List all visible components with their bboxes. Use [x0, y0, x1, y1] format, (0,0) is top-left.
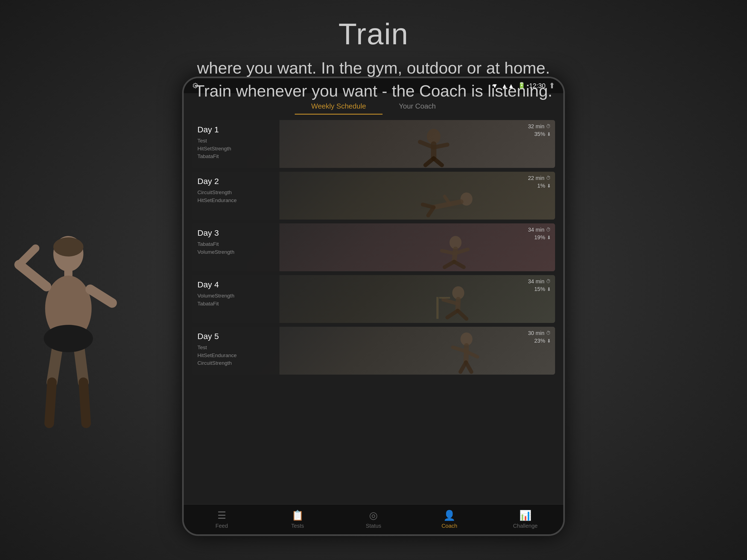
day3-progress: 19% ⬇	[528, 234, 551, 240]
day3-title: Day 3	[198, 228, 274, 238]
svg-line-5	[90, 289, 112, 303]
day4-duration: 34 min ⏱	[528, 278, 551, 285]
clock-icon-5: ⏱	[546, 330, 551, 336]
nav-feed[interactable]: ☰ Feed	[205, 510, 238, 529]
day4-image	[247, 275, 555, 323]
content-area: Day 1 TestHitSetStrengthTabataFit	[184, 117, 563, 504]
day3-info: Day 3 TabataFitVolumeStrength	[192, 223, 279, 271]
day-card-4[interactable]: Day 4 VolumeStrengthTabataFit	[192, 275, 555, 323]
day1-pose	[247, 120, 555, 168]
svg-rect-34	[436, 297, 439, 319]
svg-line-7	[49, 382, 52, 423]
day-card-5[interactable]: Day 5 TestHitSetEnduranceCircuitStrength	[192, 327, 555, 375]
svg-line-37	[466, 346, 466, 362]
athlete-svg	[14, 232, 123, 478]
tests-icon: 📋	[291, 510, 304, 521]
day2-info: Day 2 CircuitStrengthHitSetEndurance	[192, 172, 279, 220]
day1-duration: 32 min ⏱	[528, 123, 551, 130]
outer-background: Train where you want. In the gym, outdoo…	[0, 0, 747, 560]
challenge-icon: 📊	[519, 510, 532, 521]
svg-line-15	[434, 145, 447, 147]
subtitle-line1: where you want. In the gym, outdoor or a…	[197, 59, 550, 77]
day2-image	[247, 172, 555, 220]
hero-text-section: Train where you want. In the gym, outdoo…	[195, 0, 552, 103]
day1-info: Day 1 TestHitSetStrengthTabataFit	[192, 120, 279, 168]
day1-workouts: TestHitSetStrengthTabataFit	[198, 137, 274, 160]
day1-image	[247, 120, 555, 168]
svg-line-4	[19, 248, 35, 265]
status-icon: ◎	[369, 510, 378, 521]
day1-progress: 35% ⬇	[528, 131, 551, 137]
download-icon-2: ⬇	[547, 183, 551, 189]
svg-line-31	[443, 300, 458, 304]
svg-line-3	[19, 265, 47, 286]
download-icon: ⬇	[547, 131, 551, 137]
tablet-device: ⚙ ▼ ▲▲ 🔋 12:30 ⬆ Weekly Schedule Your Co…	[182, 77, 565, 536]
day1-title: Day 1	[198, 125, 274, 134]
svg-line-9	[83, 382, 86, 423]
svg-rect-35	[439, 297, 450, 299]
day-card-3[interactable]: Day 3 TabataFitVolumeStrength	[192, 223, 555, 271]
clock-icon-2: ⏱	[546, 175, 551, 181]
day3-meta: 34 min ⏱ 19% ⬇	[528, 227, 551, 240]
svg-line-22	[428, 207, 434, 215]
download-icon-4: ⬇	[547, 286, 551, 292]
feed-label: Feed	[215, 523, 228, 529]
day5-title: Day 5	[198, 332, 274, 341]
subtitle-line2: Train whenever you want - the Coach is l…	[195, 82, 552, 100]
coach-label: Coach	[442, 523, 458, 529]
day2-duration: 22 min ⏱	[528, 175, 551, 181]
svg-line-17	[434, 158, 442, 165]
clock-icon-3: ⏱	[546, 227, 551, 233]
svg-point-10	[44, 325, 93, 352]
clock-icon-4: ⏱	[546, 279, 551, 284]
day5-workouts: TestHitSetEnduranceCircuitStrength	[198, 344, 274, 367]
day2-pose	[247, 172, 555, 220]
svg-line-41	[466, 362, 471, 372]
download-icon-3: ⬇	[547, 235, 551, 240]
day3-pose	[247, 223, 555, 271]
hero-subtitle: where you want. In the gym, outdoor or a…	[195, 57, 552, 103]
day-card-2[interactable]: Day 2 CircuitStrengthHitSetEndurance	[192, 172, 555, 220]
day5-info: Day 5 TestHitSetEnduranceCircuitStrength	[192, 327, 279, 375]
day4-title: Day 4	[198, 280, 274, 289]
nav-tests[interactable]: 📋 Tests	[281, 510, 314, 529]
day5-pose	[247, 327, 555, 375]
nav-coach[interactable]: 👤 Coach	[433, 510, 466, 529]
day4-meta: 34 min ⏱ 15% ⬇	[528, 278, 551, 292]
svg-line-28	[454, 262, 464, 267]
feed-icon: ☰	[217, 510, 226, 521]
nav-challenge[interactable]: 📊 Challenge	[509, 510, 542, 529]
tests-label: Tests	[291, 523, 304, 529]
athlete-figure	[14, 232, 123, 478]
day4-workouts: VolumeStrengthTabataFit	[198, 292, 274, 308]
day3-workouts: TabataFitVolumeStrength	[198, 240, 274, 256]
bottom-navigation: ☰ Feed 📋 Tests ◎ Status 👤 Coach 📊 C	[184, 504, 563, 534]
svg-point-11	[53, 237, 83, 256]
svg-line-25	[442, 251, 455, 253]
challenge-label: Challenge	[513, 523, 538, 529]
day5-meta: 30 min ⏱ 23% ⬇	[528, 330, 551, 344]
clock-icon: ⏱	[546, 124, 551, 129]
status-label: Status	[366, 523, 381, 529]
hero-title: Train	[195, 17, 552, 51]
day2-title: Day 2	[198, 177, 274, 186]
nav-status[interactable]: ◎ Status	[357, 510, 390, 529]
download-icon-5: ⬇	[547, 338, 551, 344]
day5-duration: 30 min ⏱	[528, 330, 551, 336]
tablet-screen: ⚙ ▼ ▲▲ 🔋 12:30 ⬆ Weekly Schedule Your Co…	[184, 78, 563, 534]
day2-progress: 1% ⬇	[528, 183, 551, 189]
svg-line-33	[458, 311, 466, 319]
coach-icon: 👤	[443, 510, 456, 521]
day3-image	[247, 223, 555, 271]
day-card-1[interactable]: Day 1 TestHitSetStrengthTabataFit	[192, 120, 555, 168]
day4-info: Day 4 VolumeStrengthTabataFit	[192, 275, 279, 323]
day2-workouts: CircuitStrengthHitSetEndurance	[198, 189, 274, 204]
day2-meta: 22 min ⏱ 1% ⬇	[528, 175, 551, 189]
day5-progress: 23% ⬇	[528, 338, 551, 344]
day4-progress: 15% ⬇	[528, 286, 551, 292]
day1-meta: 32 min ⏱ 35% ⬇	[528, 123, 551, 137]
day5-image	[247, 327, 555, 375]
day4-pose	[247, 275, 555, 323]
day3-duration: 34 min ⏱	[528, 227, 551, 233]
